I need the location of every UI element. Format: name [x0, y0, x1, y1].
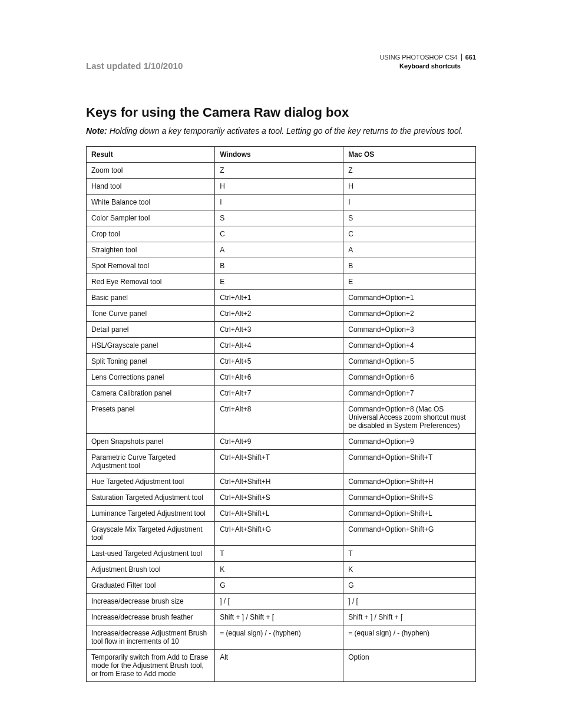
cell-result: Open Snapshots panel: [87, 433, 215, 449]
cell-mac: Command+Option+6: [343, 369, 476, 385]
table-row: Straighten toolAA: [87, 242, 476, 258]
cell-windows: I: [215, 194, 343, 210]
cell-mac: Command+Option+1: [343, 289, 476, 305]
cell-mac: K: [343, 561, 476, 577]
cell-windows: S: [215, 210, 343, 226]
doc-title: USING PHOTOSHOP CS4: [379, 54, 457, 61]
cell-windows: E: [215, 274, 343, 289]
cell-mac: Command+Option+2: [343, 305, 476, 321]
last-updated: Last updated 1/10/2010: [86, 61, 183, 71]
cell-mac: H: [343, 178, 476, 194]
cell-mac: Z: [343, 162, 476, 178]
cell-windows: Ctrl+Alt+3: [215, 321, 343, 337]
cell-result: Hue Targeted Adjustment tool: [87, 473, 215, 489]
cell-windows: Ctrl+Alt+Shift+L: [215, 505, 343, 521]
table-row: Graduated Filter toolGG: [87, 577, 476, 593]
cell-windows: Ctrl+Alt+Shift+H: [215, 473, 343, 489]
cell-windows: Alt: [215, 649, 343, 681]
cell-windows: Ctrl+Alt+Shift+G: [215, 521, 343, 545]
section-title: Keys for using the Camera Raw dialog box: [86, 105, 476, 120]
cell-result: Color Sampler tool: [87, 210, 215, 226]
cell-result: Graduated Filter tool: [87, 577, 215, 593]
cell-result: Zoom tool: [87, 162, 215, 178]
note-body: Holding down a key temporarily activates…: [107, 126, 463, 136]
table-row: Increase/decrease brush featherShift + ]…: [87, 609, 476, 625]
cell-mac: Command+Option+5: [343, 353, 476, 369]
cell-result: Split Toning panel: [87, 353, 215, 369]
cell-mac: Command+Option+Shift+L: [343, 505, 476, 521]
cell-windows: B: [215, 258, 343, 274]
cell-result: Grayscale Mix Targeted Adjustment tool: [87, 521, 215, 545]
cell-result: Luminance Targeted Adjustment tool: [87, 505, 215, 521]
table-row: Zoom toolZZ: [87, 162, 476, 178]
cell-result: Adjustment Brush tool: [87, 561, 215, 577]
page-header: Last updated 1/10/2010 USING PHOTOSHOP C…: [86, 53, 476, 71]
table-row: Hue Targeted Adjustment toolCtrl+Alt+Shi…: [87, 473, 476, 489]
cell-result: Basic panel: [87, 289, 215, 305]
cell-windows: Ctrl+Alt+7: [215, 385, 343, 401]
cell-result: Spot Removal tool: [87, 258, 215, 274]
table-row: Saturation Targeted Adjustment toolCtrl+…: [87, 489, 476, 505]
cell-mac: ] / [: [343, 593, 476, 609]
cell-windows: T: [215, 545, 343, 561]
cell-windows: Z: [215, 162, 343, 178]
cell-mac: C: [343, 226, 476, 242]
table-row: Open Snapshots panelCtrl+Alt+9Command+Op…: [87, 433, 476, 449]
table-row: Parametric Curve Targeted Adjustment too…: [87, 449, 476, 473]
cell-result: Crop tool: [87, 226, 215, 242]
cell-result: Detail panel: [87, 321, 215, 337]
table-row: Lens Corrections panelCtrl+Alt+6Command+…: [87, 369, 476, 385]
table-row: Last-used Targeted Adjustment toolTT: [87, 545, 476, 561]
cell-mac: Option: [343, 649, 476, 681]
cell-windows: Ctrl+Alt+1: [215, 289, 343, 305]
section-nav-label: Keyboard shortcuts: [379, 62, 476, 71]
cell-mac: Command+Option+Shift+T: [343, 449, 476, 473]
cell-result: Increase/decrease Adjustment Brush tool …: [87, 625, 215, 649]
table-row: Camera Calibration panelCtrl+Alt+7Comman…: [87, 385, 476, 401]
cell-windows: H: [215, 178, 343, 194]
col-header-mac: Mac OS: [343, 146, 476, 162]
cell-mac: Shift + ] / Shift + [: [343, 609, 476, 625]
table-row: Color Sampler toolSS: [87, 210, 476, 226]
table-header-row: Result Windows Mac OS: [87, 146, 476, 162]
cell-windows: Ctrl+Alt+Shift+S: [215, 489, 343, 505]
cell-result: Tone Curve panel: [87, 305, 215, 321]
cell-windows: G: [215, 577, 343, 593]
cell-result: Temporarily switch from Add to Erase mod…: [87, 649, 215, 681]
cell-mac: A: [343, 242, 476, 258]
table-row: Spot Removal toolBB: [87, 258, 476, 274]
page-number: 661: [461, 54, 476, 61]
table-row: White Balance toolII: [87, 194, 476, 210]
cell-result: HSL/Grayscale panel: [87, 337, 215, 353]
table-row: HSL/Grayscale panelCtrl+Alt+4Command+Opt…: [87, 337, 476, 353]
cell-windows: Ctrl+Alt+Shift+T: [215, 449, 343, 473]
cell-windows: C: [215, 226, 343, 242]
cell-result: Increase/decrease brush feather: [87, 609, 215, 625]
table-row: Temporarily switch from Add to Erase mod…: [87, 649, 476, 681]
cell-windows: Ctrl+Alt+9: [215, 433, 343, 449]
cell-result: Parametric Curve Targeted Adjustment too…: [87, 449, 215, 473]
cell-mac: Command+Option+Shift+G: [343, 521, 476, 545]
cell-result: Lens Corrections panel: [87, 369, 215, 385]
cell-windows: K: [215, 561, 343, 577]
cell-mac: Command+Option+7: [343, 385, 476, 401]
shortcuts-table: Result Windows Mac OS Zoom toolZZHand to…: [86, 146, 476, 682]
cell-result: Increase/decrease brush size: [87, 593, 215, 609]
cell-windows: Ctrl+Alt+4: [215, 337, 343, 353]
note-label: Note:: [86, 126, 107, 136]
cell-mac: = (equal sign) / - (hyphen): [343, 625, 476, 649]
table-row: Hand toolHH: [87, 178, 476, 194]
table-row: Detail panelCtrl+Alt+3Command+Option+3: [87, 321, 476, 337]
cell-result: Straighten tool: [87, 242, 215, 258]
table-row: Red Eye Removal toolEE: [87, 274, 476, 289]
cell-windows: = (equal sign) / - (hyphen): [215, 625, 343, 649]
cell-result: White Balance tool: [87, 194, 215, 210]
note-line: Note: Holding down a key temporarily act…: [86, 126, 476, 136]
cell-mac: T: [343, 545, 476, 561]
cell-mac: E: [343, 274, 476, 289]
col-header-windows: Windows: [215, 146, 343, 162]
table-row: Adjustment Brush toolKK: [87, 561, 476, 577]
page: Last updated 1/10/2010 USING PHOTOSHOP C…: [0, 0, 562, 728]
cell-windows: Ctrl+Alt+5: [215, 353, 343, 369]
table-row: Split Toning panelCtrl+Alt+5Command+Opti…: [87, 353, 476, 369]
